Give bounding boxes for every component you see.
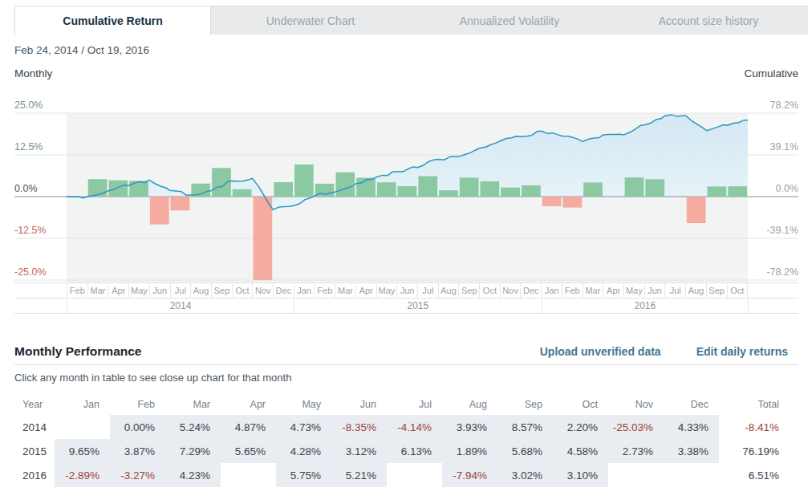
x-axis-month-label: Oct [233,283,254,298]
perf-col-header-dec: Dec [664,393,719,415]
perf-cell-2014-dec[interactable]: 4.33% [664,415,719,439]
monthly-return-bar [274,182,293,197]
monthly-return-bar [708,186,727,197]
perf-cell-2016-sep[interactable]: 3.02% [497,463,553,487]
perf-cell-2015-jul[interactable]: 6.13% [387,439,442,463]
x-axis-month-label: Apr [356,283,377,298]
right-axis-tick: -78.2% [747,266,798,278]
right-axis-tick: -39.1% [747,225,798,237]
perf-col-header-oct: Oct [553,393,608,415]
perf-cell-2015-nov[interactable]: 2.73% [608,439,664,463]
left-axis-tick: 12.5% [14,141,63,153]
x-axis-month-label: Aug [439,283,460,298]
perf-cell-2014-apr[interactable]: 4.87% [221,415,276,439]
perf-cell-2014-jun[interactable]: -8.35% [331,415,387,439]
divider [14,364,798,365]
monthly-return-bar [336,173,355,197]
perf-col-header-jun: Jun [331,393,387,415]
perf-cell-2015-mar[interactable]: 7.29% [165,439,221,463]
perf-cell-2016-feb[interactable]: -3.27% [110,463,165,487]
edit-daily-returns-link[interactable]: Edit daily returns [696,345,788,358]
x-axis-month-label: Aug [191,283,212,298]
perf-cell-2015-oct[interactable]: 4.58% [553,439,608,463]
x-axis-month-label: May [129,283,150,298]
monthly-return-bar [481,181,500,197]
perf-cell-2014-may[interactable]: 4.73% [276,415,331,439]
perf-total-2016: 6.51% [719,463,782,487]
perf-cell-2014-jul[interactable]: -4.14% [387,415,442,439]
x-axis-month-label: Sep [459,283,480,298]
x-axis-month-label: Nov [253,283,274,298]
perf-cell-2015-dec[interactable]: 3.38% [664,439,719,463]
x-axis-month-label: Dec [521,283,542,298]
performance-subtitle: Click any month in table to see close up… [14,372,291,384]
perf-cell-2015-jan[interactable]: 9.65% [55,439,110,463]
perf-cell-2016-mar[interactable]: 4.23% [165,463,221,487]
x-axis-month-label: Feb [67,283,88,298]
perf-cell-2014-sep[interactable]: 8.57% [497,415,553,439]
x-axis-month-label: May [377,283,398,298]
monthly-return-bar [129,181,148,197]
perf-cell-2016-jan[interactable]: -2.89% [55,463,110,487]
x-axis-month-label: Jun [150,283,171,298]
perf-cell-2016-may[interactable]: 5.75% [276,463,331,487]
monthly-return-bar [460,177,479,197]
performance-actions: Upload unverified data Edit daily return… [540,345,788,358]
perf-cell-2016-jun[interactable]: 5.21% [331,463,387,487]
monthly-return-bar [254,197,273,280]
perf-col-header-may: May [276,393,331,415]
perf-cell-2015-aug[interactable]: 1.89% [442,439,497,463]
perf-cell-2014-feb[interactable]: 0.00% [110,415,165,439]
right-axis-tick: 78.2% [747,100,798,112]
perf-cell-2015-jun[interactable]: 3.12% [331,439,387,463]
x-axis-month-label: Sep [212,283,233,298]
axis-line [14,313,798,314]
upload-unverified-data-link[interactable]: Upload unverified data [540,345,661,358]
x-axis-month-label: Dec [274,283,294,298]
x-axis-year-label: 2016 [542,299,748,313]
x-axis-year-label: 2014 [67,299,294,313]
x-axis-month-label: May [624,283,645,298]
perf-cell-2016-dec [664,463,719,487]
left-axis-tick: 0.0% [14,183,63,195]
left-axis-tick: -12.5% [14,225,63,237]
perf-col-header-feb: Feb [110,393,165,415]
monthly-return-bar [563,197,583,208]
perf-col-header-mar: Mar [165,393,221,415]
perf-cell-2016-aug[interactable]: -7.94% [442,463,497,487]
monthly-return-bar [398,186,417,197]
x-axis-month-label: Jan [294,283,315,298]
perf-cell-2016-oct[interactable]: 3.10% [553,463,608,487]
x-axis-month-label: Aug [686,283,707,298]
perf-cell-2015-feb[interactable]: 3.87% [110,439,165,463]
x-axis-month-label: Jul [171,283,192,298]
right-axis-tick: 0.0% [747,183,798,195]
perf-cell-2014-oct[interactable]: 2.20% [553,415,608,439]
monthly-return-bar [150,197,169,225]
x-axis-years: 201420152016 [67,299,749,313]
perf-cell-2014-aug[interactable]: 3.93% [442,415,497,439]
x-axis-month-label: Jun [645,283,666,298]
x-axis-month-label: Mar [88,283,109,298]
monthly-return-bar [728,186,747,197]
monthly-return-bar [687,197,706,223]
perf-cell-2015-sep[interactable]: 5.68% [497,439,553,463]
perf-total-2015: 76.19% [719,439,782,463]
x-axis-month-label: Oct [728,283,749,298]
monthly-return-bar [522,185,541,197]
perf-cell-2014-mar[interactable]: 5.24% [165,415,221,439]
perf-col-header-apr: Apr [221,393,276,415]
x-axis-month-label: Jul [665,283,686,298]
perf-total-2014: -8.41% [719,415,782,439]
monthly-return-bar [88,179,108,197]
perf-cell-2015-apr[interactable]: 5.65% [221,439,276,463]
perf-row-2016: 2016-2.89%-3.27%4.23%5.75%5.21%-7.94%3.0… [14,463,782,487]
monthly-return-bar [439,190,458,197]
left-axis-tick: 25.0% [14,100,63,112]
monthly-return-bar [418,177,437,197]
perf-cell-2014-nov[interactable]: -25.03% [608,415,664,439]
x-axis-month-label: Apr [108,283,129,298]
monthly-return-bar [583,182,603,197]
x-axis-month-label: Oct [480,283,501,298]
perf-cell-2015-may[interactable]: 4.28% [276,439,331,463]
